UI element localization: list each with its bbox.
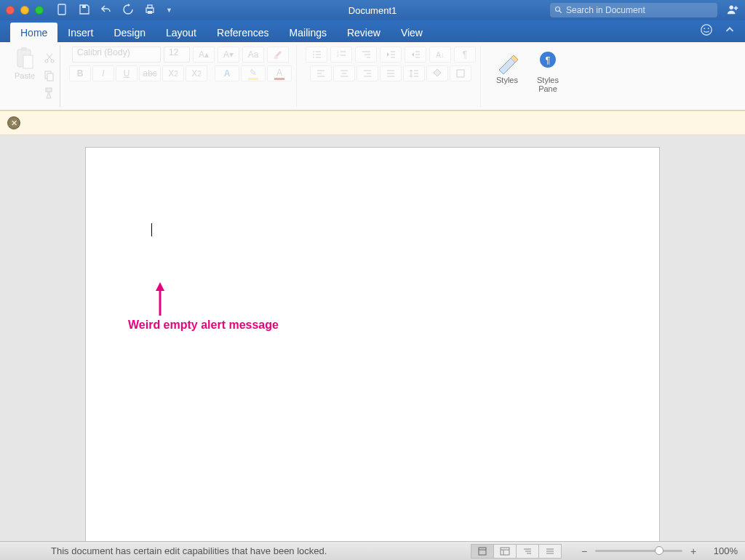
text-effects-icon[interactable]: A — [215, 65, 239, 81]
svg-rect-18 — [46, 88, 52, 92]
alert-close-button[interactable]: ✕ — [7, 116, 20, 129]
styles-button[interactable]: Styles — [490, 49, 525, 84]
minimize-window-button[interactable] — [20, 6, 29, 15]
tab-design[interactable]: Design — [103, 23, 156, 42]
zoom-in-button[interactable]: + — [688, 545, 698, 557]
zoom-percentage[interactable]: 100% — [704, 545, 738, 556]
styles-pane-button[interactable]: ¶ Styles Pane — [530, 49, 565, 93]
svg-point-21 — [313, 54, 314, 55]
svg-text:¶: ¶ — [546, 55, 551, 65]
zoom-out-button[interactable]: − — [579, 545, 589, 557]
justify-icon[interactable] — [380, 65, 402, 81]
svg-point-20 — [313, 51, 314, 52]
font-name-select[interactable]: Calibri (Body) — [72, 47, 161, 63]
svg-rect-12 — [21, 47, 27, 51]
alert-bar: ✕ — [0, 111, 745, 135]
tab-mailings[interactable]: Mailings — [279, 23, 337, 42]
decrease-font-icon[interactable]: A▾ — [218, 47, 239, 63]
tab-home[interactable]: Home — [10, 23, 57, 42]
strikethrough-button[interactable]: abc — [139, 65, 161, 81]
format-painter-icon[interactable] — [44, 87, 55, 100]
clear-formatting-icon[interactable] — [267, 47, 289, 63]
tab-review[interactable]: Review — [337, 23, 391, 42]
svg-rect-57 — [479, 548, 486, 555]
shading-icon[interactable] — [426, 65, 448, 81]
tab-view[interactable]: View — [391, 23, 433, 42]
bullets-icon[interactable] — [306, 47, 327, 63]
svg-rect-54 — [457, 70, 464, 77]
fullscreen-window-button[interactable] — [35, 6, 44, 15]
svg-rect-3 — [148, 5, 152, 8]
align-left-icon[interactable] — [310, 65, 332, 81]
ribbon: Paste Calibri (Body) 12 A▴ A▾ Aa B I U a… — [0, 42, 745, 111]
window-controls — [6, 6, 44, 15]
subscript-button[interactable]: X2 — [162, 65, 184, 81]
annotation-arrow-1 — [153, 281, 167, 320]
tab-references[interactable]: References — [207, 23, 279, 42]
outline-view-button[interactable] — [516, 544, 539, 559]
show-marks-icon[interactable]: ¶ — [454, 47, 476, 63]
status-message: This document has certain edit capabilit… — [51, 545, 327, 556]
superscript-button[interactable]: X2 — [186, 65, 207, 81]
zoom-thumb[interactable] — [655, 546, 664, 555]
svg-rect-0 — [58, 4, 65, 15]
font-color-icon[interactable]: A — [267, 65, 292, 81]
undo-icon[interactable] — [100, 4, 112, 17]
copy-icon[interactable] — [44, 70, 55, 83]
share-icon[interactable] — [726, 3, 739, 18]
increase-font-icon[interactable]: A▴ — [193, 47, 215, 63]
svg-point-9 — [704, 28, 705, 29]
underline-button[interactable]: U — [116, 65, 138, 81]
document-canvas: Weird empty alert message The app gets l… — [0, 135, 745, 541]
decrease-indent-icon[interactable] — [380, 47, 402, 63]
new-doc-icon[interactable] — [57, 4, 68, 17]
draft-view-button[interactable] — [538, 544, 562, 559]
change-case-icon[interactable]: Aa — [242, 47, 264, 63]
collapse-ribbon-icon[interactable] — [723, 23, 736, 39]
svg-point-22 — [313, 57, 314, 58]
svg-rect-59 — [501, 548, 509, 555]
highlight-icon[interactable]: ✎ — [241, 65, 266, 81]
redo-icon[interactable] — [122, 4, 134, 17]
feedback-icon[interactable] — [700, 23, 713, 39]
line-spacing-icon[interactable] — [403, 65, 425, 81]
ribbon-group-clipboard: Paste — [4, 45, 60, 107]
web-layout-view-button[interactable] — [493, 544, 517, 559]
status-bar: This document has certain edit capabilit… — [0, 541, 745, 560]
font-size-select[interactable]: 12 — [164, 47, 190, 63]
document-title: Document1 — [348, 5, 397, 16]
italic-button[interactable]: I — [92, 65, 114, 81]
sort-icon[interactable]: A↓ — [429, 47, 451, 63]
paste-button[interactable]: Paste — [9, 47, 41, 105]
svg-text:2: 2 — [337, 53, 339, 57]
tab-insert[interactable]: Insert — [57, 23, 103, 42]
svg-rect-1 — [82, 5, 86, 8]
svg-point-7 — [730, 5, 733, 9]
qat-dropdown-icon[interactable]: ▼ — [166, 7, 172, 14]
tab-layout[interactable]: Layout — [156, 23, 207, 42]
svg-rect-17 — [47, 73, 53, 81]
ribbon-group-paragraph: 12 A↓ ¶ — [301, 45, 481, 107]
save-icon[interactable] — [79, 4, 90, 17]
search-input[interactable]: Search in Document — [550, 3, 717, 17]
print-layout-view-button[interactable] — [471, 544, 494, 559]
borders-icon[interactable] — [450, 65, 471, 81]
text-cursor — [151, 223, 152, 236]
zoom-control: − + 100% — [579, 545, 738, 557]
page[interactable] — [85, 147, 660, 541]
align-right-icon[interactable] — [356, 65, 378, 81]
cut-icon[interactable] — [44, 52, 55, 65]
quick-access-toolbar: ▼ — [57, 4, 172, 17]
view-mode-buttons — [471, 544, 562, 559]
search-placeholder: Search in Document — [566, 5, 645, 15]
align-center-icon[interactable] — [333, 65, 355, 81]
zoom-slider[interactable] — [595, 550, 682, 552]
print-icon[interactable] — [144, 4, 156, 17]
increase-indent-icon[interactable] — [405, 47, 426, 63]
svg-point-15 — [51, 60, 54, 63]
bold-button[interactable]: B — [69, 65, 91, 81]
multilevel-list-icon[interactable] — [355, 47, 377, 63]
close-window-button[interactable] — [6, 6, 15, 15]
ribbon-group-styles: Styles ¶ Styles Pane — [485, 45, 570, 107]
numbering-icon[interactable]: 12 — [330, 47, 352, 63]
